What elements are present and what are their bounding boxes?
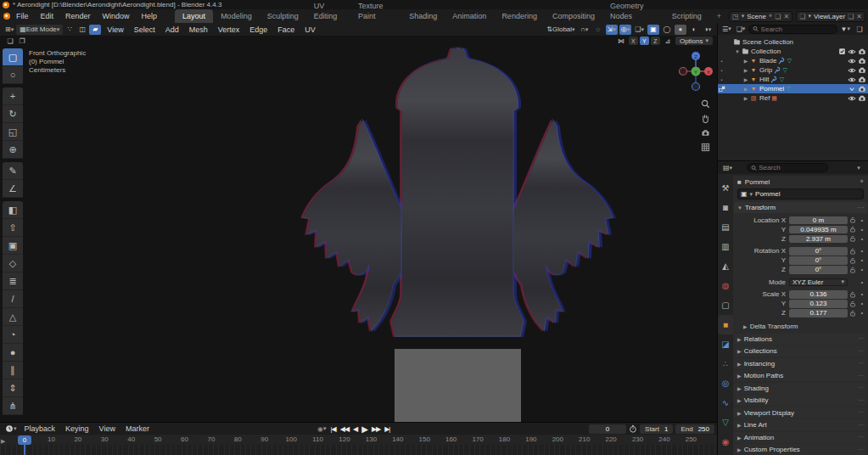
current-frame-field[interactable]: 0	[589, 424, 626, 434]
viewport-3d[interactable]: ⊞▾ ▦ Edit Mode ▾ ∵ ◫ ▰ ViewSelectAddMesh…	[0, 23, 717, 422]
previous-keyframe-button[interactable]: ◀◀	[339, 425, 350, 433]
lock-icon[interactable]	[848, 291, 858, 298]
pin-id-icon[interactable]: ⌖	[860, 177, 864, 186]
current-frame-indicator[interactable]: 0	[18, 435, 31, 445]
rotation-mode-dropdown[interactable]: XYZ Euler▾	[789, 278, 848, 287]
animate-property-dot[interactable]: •	[858, 227, 866, 233]
camera-view-icon[interactable]	[701, 128, 710, 138]
lock-icon[interactable]	[848, 257, 858, 264]
tab-layout[interactable]: Layout	[175, 9, 213, 23]
object-name-field[interactable]: ▣▾ Pommel	[737, 188, 864, 199]
properties-tab-physics[interactable]: ◎	[718, 374, 733, 393]
outliner-display-mode-dropdown[interactable]: ☰▾	[720, 24, 733, 34]
snap-symmetry-icon[interactable]: ⊿	[662, 36, 674, 46]
outliner-row-ref[interactable]: ▶▨Ref▦	[718, 93, 868, 103]
viewport-menu-view[interactable]: View	[102, 25, 128, 34]
tab-shading[interactable]: Shading	[401, 9, 445, 23]
mode-dropdown[interactable]: ▦ Edit Mode ▾	[16, 25, 63, 35]
tool-inset-faces[interactable]: ▣	[3, 237, 23, 255]
properties-tab-constraints[interactable]: ∿	[718, 393, 733, 413]
tool-add-cube[interactable]: ◧	[3, 201, 23, 219]
pin-icon[interactable]: ⌖	[769, 12, 773, 20]
viewport-menu-vertex[interactable]: Vertex	[213, 25, 245, 34]
gizmo-x-neg-axis[interactable]	[680, 68, 687, 76]
options-dropdown[interactable]: Options▾	[675, 37, 713, 45]
hide-eye-icon[interactable]	[848, 66, 856, 75]
tab-scripting[interactable]: Scripting	[664, 9, 709, 23]
menu-edit[interactable]: Edit	[35, 9, 60, 23]
hide-eye-icon[interactable]	[848, 76, 856, 84]
properties-search-input[interactable]	[759, 164, 824, 171]
tool-select-box[interactable]: ▢	[3, 48, 23, 66]
stopwatch-icon[interactable]	[629, 424, 637, 433]
hide-eye-icon[interactable]	[848, 57, 856, 65]
disclosure-right-icon[interactable]: ▶	[742, 95, 749, 101]
menu-render[interactable]: Render	[59, 9, 97, 23]
panel-relations[interactable]: ▶Relations⋯	[734, 334, 867, 345]
properties-tab-object[interactable]: ■	[718, 315, 733, 334]
lock-icon[interactable]	[848, 310, 858, 317]
hide-eye-icon[interactable]	[848, 94, 856, 103]
tool-annotate[interactable]: ✎	[3, 162, 23, 180]
jump-to-end-button[interactable]: ▶|	[383, 425, 391, 433]
tab-sculpting[interactable]: Sculpting	[260, 9, 306, 23]
outliner-search-input[interactable]	[761, 25, 833, 33]
viewport-menu-edge[interactable]: Edge	[244, 25, 272, 34]
disable-render-camera-icon[interactable]	[858, 66, 866, 75]
tool-scale[interactable]: ◱	[3, 123, 23, 141]
disable-render-camera-icon[interactable]	[858, 94, 866, 103]
properties-tab-modifiers[interactable]: ◪	[718, 334, 733, 354]
animate-property-dot[interactable]: •	[858, 291, 866, 297]
disable-render-camera-icon[interactable]	[858, 57, 866, 65]
chevron-down-icon[interactable]	[848, 86, 856, 93]
exclude-checkbox-icon[interactable]	[837, 48, 846, 55]
disclosure-right-icon[interactable]: ▶	[742, 58, 749, 64]
tool-extrude-region[interactable]: ⇧	[3, 219, 23, 237]
timeline-menu-playback[interactable]: Playback	[20, 424, 61, 433]
modifier-wrench-icon[interactable]	[772, 66, 781, 74]
lock-icon[interactable]	[848, 301, 858, 307]
pan-hand-icon[interactable]	[701, 114, 710, 123]
value-field[interactable]: 2.937 m	[789, 235, 848, 244]
proportional-edit-icon[interactable]: ◌	[592, 25, 604, 35]
transform-orientation-dropdown[interactable]: ⇅ Global ▾	[545, 25, 576, 35]
tool-smooth[interactable]: ●	[3, 344, 23, 362]
shading-wireframe-button[interactable]: ◯	[661, 25, 673, 35]
tool-spin[interactable]: ◔	[3, 326, 23, 344]
menu-help[interactable]: Help	[136, 9, 164, 23]
panel-instancing[interactable]: ▶Instancing⋯	[734, 358, 867, 369]
disclosure-right-icon[interactable]: ▶	[742, 76, 749, 82]
value-field[interactable]: 0.123	[789, 300, 848, 308]
properties-tab-collection[interactable]: ▢	[718, 295, 733, 315]
blender-menu-icon[interactable]	[3, 13, 10, 20]
properties-tab-tool[interactable]: ⚒	[718, 178, 733, 198]
panel-drag-dots-icon[interactable]: ⋯	[857, 204, 864, 211]
disclosure-right-icon[interactable]: ▶	[742, 86, 749, 92]
panel-motion-paths[interactable]: ▶Motion Paths⋯	[734, 370, 867, 381]
tab-texture-paint[interactable]: Texture Paint	[350, 0, 401, 23]
outliner-row-grip[interactable]: •▶▼Grip▽	[718, 65, 868, 75]
properties-editor-type-icon[interactable]: ▤▾	[721, 163, 734, 173]
outliner-search[interactable]	[748, 25, 837, 34]
animate-property-dot[interactable]: •	[858, 267, 866, 272]
scene-selector[interactable]: ◳▾ Scene ⌖ ❏ ✕	[729, 11, 792, 22]
modifier-wrench-icon[interactable]	[770, 76, 778, 83]
modifier-wrench-icon[interactable]	[776, 57, 785, 65]
outliner-row-scene-collection[interactable]: Scene Collection	[718, 37, 868, 47]
new-collection-button[interactable]: ❑	[854, 24, 865, 34]
viewport-menu-face[interactable]: Face	[272, 25, 300, 34]
overlays-dropdown[interactable]: ❏▾	[633, 25, 646, 35]
tool-edge-slide[interactable]: ∥	[3, 362, 23, 379]
mirror-y-toggle[interactable]: Y	[640, 37, 649, 45]
shading-rendered-button[interactable]: ◑▾	[702, 25, 714, 35]
xray-toggle[interactable]: ▣	[647, 25, 659, 35]
properties-tab-view-layer[interactable]: ▥	[718, 237, 733, 256]
face-select-mode-button[interactable]: ▰	[89, 25, 101, 35]
gizmos-dropdown[interactable]: ◎▾	[619, 25, 632, 35]
tab-uv-editing[interactable]: UV Editing	[306, 0, 350, 23]
tool-measure[interactable]: ∠	[3, 180, 23, 198]
zoom-icon[interactable]	[701, 99, 710, 109]
pommel-mesh-render[interactable]	[297, 47, 619, 352]
snap-target-icon[interactable]: ❐	[16, 36, 28, 46]
new-view-layer-icon[interactable]: ❏	[848, 13, 854, 20]
